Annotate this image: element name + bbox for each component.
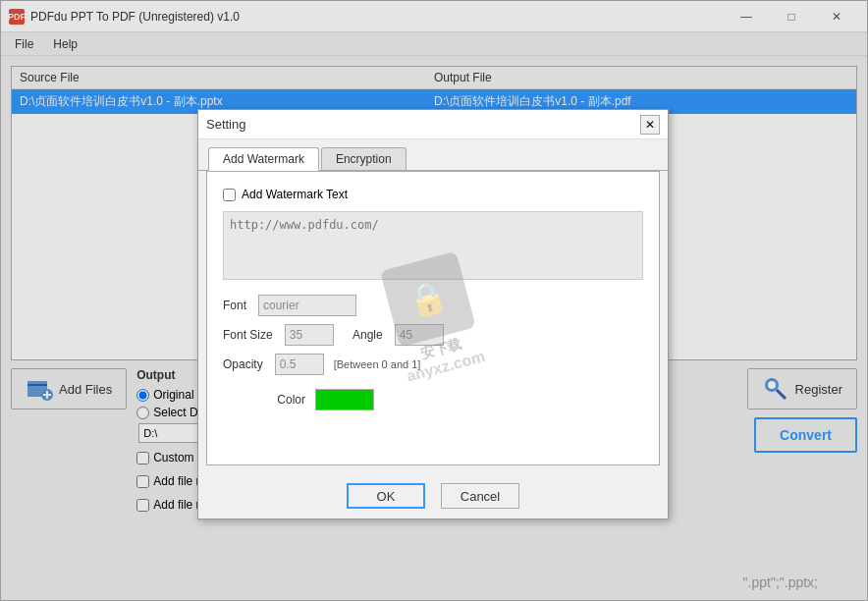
watermark-text-input[interactable] <box>223 211 643 280</box>
dialog-buttons: OK Cancel <box>198 473 668 519</box>
dialog-title: Setting <box>206 117 245 132</box>
tab-add-watermark[interactable]: Add Watermark <box>208 147 319 171</box>
setting-dialog: Setting ✕ Add Watermark Encryption Add W… <box>197 109 669 519</box>
opacity-label: Opacity <box>223 357 269 371</box>
angle-label: Angle <box>340 328 389 342</box>
font-size-input[interactable] <box>285 324 334 346</box>
font-input[interactable] <box>258 295 356 316</box>
font-size-label: Font Size <box>223 328 279 342</box>
dialog-ok-button[interactable]: OK <box>347 483 425 509</box>
dialog-content: Add Watermark Text Font Font Size Angle <box>206 171 660 465</box>
dialog-tabs: Add Watermark Encryption <box>198 139 668 171</box>
font-label: Font <box>223 299 252 312</box>
main-window: PDF PDFdu PPT To PDF (Unregistered) v1.0… <box>0 0 868 601</box>
dialog-cancel-button[interactable]: Cancel <box>441 483 519 509</box>
opacity-input[interactable] <box>275 354 324 375</box>
modal-overlay: Setting ✕ Add Watermark Encryption Add W… <box>1 1 867 600</box>
color-row: Color <box>223 389 643 410</box>
add-watermark-checkbox[interactable] <box>223 189 236 201</box>
opacity-hint: [Between 0 and 1] <box>334 358 421 370</box>
color-label: Color <box>223 393 311 407</box>
angle-input[interactable] <box>395 324 444 346</box>
tab-encryption[interactable]: Encryption <box>321 147 407 170</box>
dialog-title-bar: Setting ✕ <box>198 110 668 139</box>
dialog-close-button[interactable]: ✕ <box>640 115 660 135</box>
add-watermark-row: Add Watermark Text <box>223 188 643 201</box>
color-swatch[interactable] <box>315 389 374 410</box>
add-watermark-label: Add Watermark Text <box>242 188 348 201</box>
